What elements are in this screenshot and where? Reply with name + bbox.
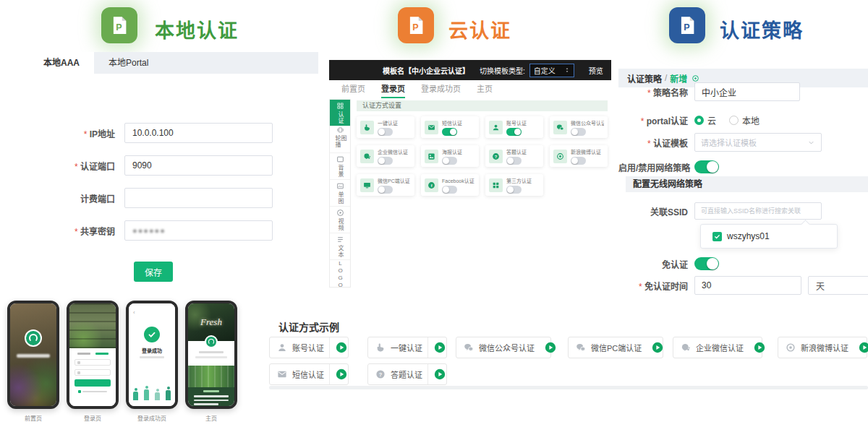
sidebar-item-single-image[interactable]: 单图 xyxy=(330,180,350,207)
examples-divider xyxy=(269,386,868,389)
acct-port-input[interactable] xyxy=(124,188,273,208)
weibo-toggle[interactable] xyxy=(571,157,586,165)
template-type-select[interactable]: 自定义 xyxy=(529,64,574,77)
policy-name-row: 策略名称 xyxy=(618,82,800,101)
ssid-search-input[interactable] xyxy=(694,202,822,220)
editor-sidebar: 认证 轮播图 背景 单图 视频 文本 LOGO xyxy=(329,99,351,288)
sidebar-item-text[interactable]: 文本 xyxy=(330,233,350,260)
play-button[interactable] xyxy=(433,368,446,380)
tab-pre-page[interactable]: 前置页 xyxy=(341,81,365,98)
ssid-option-checkbox[interactable] xyxy=(712,232,722,241)
play-button[interactable] xyxy=(433,342,446,353)
network-policy-toggle-row: 启用/禁用网络策略 xyxy=(618,160,719,173)
local-aaa-form: IP地址 认证端口 计费端口 共享密钥 ●●●●●● 保存 xyxy=(29,123,318,282)
local-tabs: 本地AAA 本地Portal xyxy=(29,52,318,74)
tab-login-success-page[interactable]: 登录成功页 xyxy=(421,81,461,98)
phone-caption: 主页 xyxy=(185,414,237,422)
phone-caption: 登录成功页 xyxy=(126,414,178,422)
auth-template-label: 认证模板 xyxy=(618,137,694,149)
check-icon xyxy=(714,233,720,240)
sidebar-item-auth[interactable]: 认证 xyxy=(330,100,350,126)
tab-local-aaa[interactable]: 本地AAA xyxy=(29,52,94,74)
shared-key-input[interactable]: ●●●●●● xyxy=(124,220,273,241)
wecom-toggle[interactable] xyxy=(378,157,393,165)
success-subtext-blur xyxy=(140,356,164,358)
tab-home-page[interactable]: 主页 xyxy=(477,81,493,98)
play-button[interactable] xyxy=(754,342,765,353)
method-card-wecom: 企业微信认证 xyxy=(357,145,414,167)
radio-local-label: 本地 xyxy=(742,114,760,126)
shared-key-label: 共享密钥 xyxy=(29,225,124,237)
auth-template-row: 认证模板 请选择认证模板 xyxy=(618,133,822,152)
play-button[interactable] xyxy=(545,342,556,353)
play-button[interactable] xyxy=(335,342,348,353)
success-check-icon xyxy=(144,327,160,342)
phone-home-page: Fresh xyxy=(185,301,237,409)
one-key-icon xyxy=(360,121,374,134)
acct-port-row: 计费端口 xyxy=(29,188,318,208)
method-card-wechat-pc: 微信PC端认证 xyxy=(357,174,414,196)
policy-name-input[interactable] xyxy=(694,82,800,101)
ssid-option-label[interactable]: wszyhys01 xyxy=(727,231,770,241)
local-auth-title: 本地认证 xyxy=(155,15,239,43)
radio-local[interactable] xyxy=(729,116,739,125)
play-button[interactable] xyxy=(335,368,348,380)
free-auth-toggle[interactable] xyxy=(694,257,719,270)
ip-label: IP地址 xyxy=(29,127,124,139)
acct-port-label: 计费端口 xyxy=(29,192,124,204)
phone-login-page xyxy=(67,301,119,409)
account-toggle[interactable] xyxy=(506,128,522,136)
one-key-toggle[interactable] xyxy=(378,128,393,136)
wifi-logo-icon xyxy=(205,335,218,348)
sms-toggle[interactable] xyxy=(442,128,457,136)
play-button[interactable] xyxy=(859,342,868,353)
portal-auth-label: portal认证 xyxy=(618,114,694,126)
free-auth-time-unit[interactable]: 天 xyxy=(808,276,868,295)
method-card-one-key: 一键认证 xyxy=(357,116,414,138)
preview-button[interactable]: 预览 xyxy=(589,65,603,76)
third-party-toggle[interactable] xyxy=(506,186,522,194)
ip-row: IP地址 xyxy=(29,123,318,143)
pin-icon xyxy=(692,74,699,82)
people-illustration xyxy=(133,383,171,400)
wireless-policy-section-header: 配置无线网络策略 xyxy=(626,176,868,192)
tab-login-page[interactable]: 登录页 xyxy=(381,81,405,98)
sidebar-item-video[interactable]: 视频 xyxy=(330,207,350,233)
play-button[interactable] xyxy=(652,342,663,353)
account-icon xyxy=(489,121,503,134)
poster-toggle[interactable] xyxy=(442,157,457,165)
wechat-official-toggle[interactable] xyxy=(571,128,586,136)
facebook-toggle[interactable] xyxy=(442,186,457,194)
one-key-icon xyxy=(375,342,386,353)
wechat-pc-toggle[interactable] xyxy=(378,186,393,194)
poster-icon xyxy=(425,150,438,163)
sidebar-item-logo[interactable]: LOGO xyxy=(330,260,350,287)
chevron-down-icon xyxy=(807,139,815,147)
auth-port-input[interactable] xyxy=(124,155,273,176)
wecom-icon xyxy=(681,342,691,353)
monitor-icon xyxy=(360,178,374,192)
network-policy-toggle[interactable] xyxy=(694,160,719,173)
save-button[interactable]: 保存 xyxy=(134,262,173,282)
tab-local-portal[interactable]: 本地Portal xyxy=(94,52,163,74)
policy-name-label: 策略名称 xyxy=(618,86,694,98)
ip-input[interactable] xyxy=(124,123,273,143)
quiz-toggle[interactable] xyxy=(506,157,522,165)
example-chip-sms: 短信认证 xyxy=(269,363,349,385)
carousel-icon xyxy=(336,126,344,134)
page: 本地认证 本地AAA 本地Portal IP地址 认证端口 计费端口 共享密钥 … xyxy=(0,0,868,427)
phone-caption: 前置页 xyxy=(7,414,59,422)
sms-icon xyxy=(277,369,287,379)
success-title: 登录成功 xyxy=(129,347,175,354)
example-chip-weibo: 新浪微博认证 xyxy=(778,337,867,358)
local-auth-badge xyxy=(101,7,137,43)
radio-cloud[interactable] xyxy=(694,116,704,125)
free-auth-time-input[interactable] xyxy=(694,276,801,295)
free-auth-label: 免认证 xyxy=(618,258,694,270)
question-icon xyxy=(489,150,503,163)
question-icon xyxy=(375,369,386,379)
sidebar-item-background[interactable]: 背景 xyxy=(330,153,350,180)
auth-template-select[interactable]: 请选择认证模板 xyxy=(694,133,822,152)
radio-cloud-label: 云 xyxy=(707,114,716,126)
sidebar-item-carousel[interactable]: 轮播图 xyxy=(330,126,350,153)
